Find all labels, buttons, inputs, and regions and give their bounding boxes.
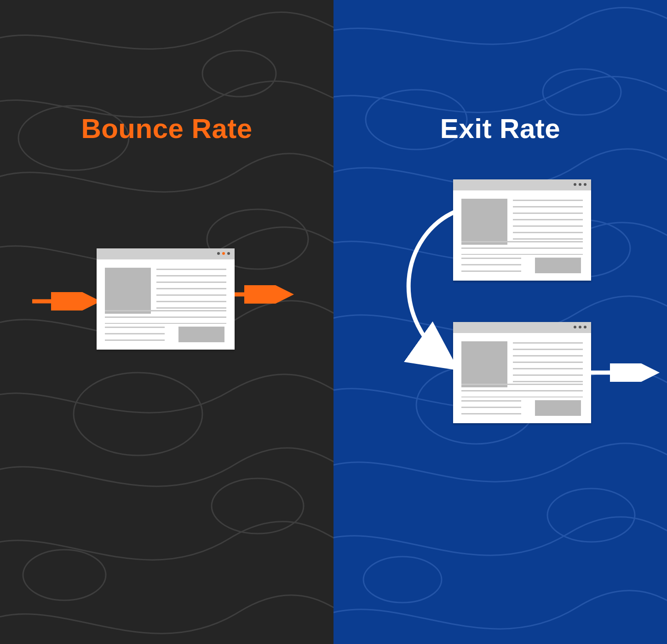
arrow-out-icon <box>235 285 299 304</box>
exit-rate-title: Exit Rate <box>334 113 667 144</box>
svg-point-9 <box>543 69 621 115</box>
svg-point-4 <box>23 550 106 600</box>
diagram-root: Bounce Rate <box>0 0 667 644</box>
bounce-rate-title: Bounce Rate <box>0 113 334 144</box>
svg-point-12 <box>363 557 442 603</box>
svg-point-1 <box>202 51 276 97</box>
arrow-out-icon <box>591 363 665 382</box>
svg-point-11 <box>547 489 635 542</box>
exit-diagram <box>334 170 667 437</box>
panel-exit-rate: Exit Rate <box>334 0 667 644</box>
arrow-in-icon <box>32 292 106 310</box>
panel-bounce-rate: Bounce Rate <box>0 0 334 644</box>
curved-arrow-down-icon <box>384 198 476 382</box>
browser-window-icon <box>97 248 235 350</box>
svg-point-2 <box>74 373 202 455</box>
bounce-diagram <box>0 239 334 359</box>
svg-point-3 <box>212 478 304 534</box>
